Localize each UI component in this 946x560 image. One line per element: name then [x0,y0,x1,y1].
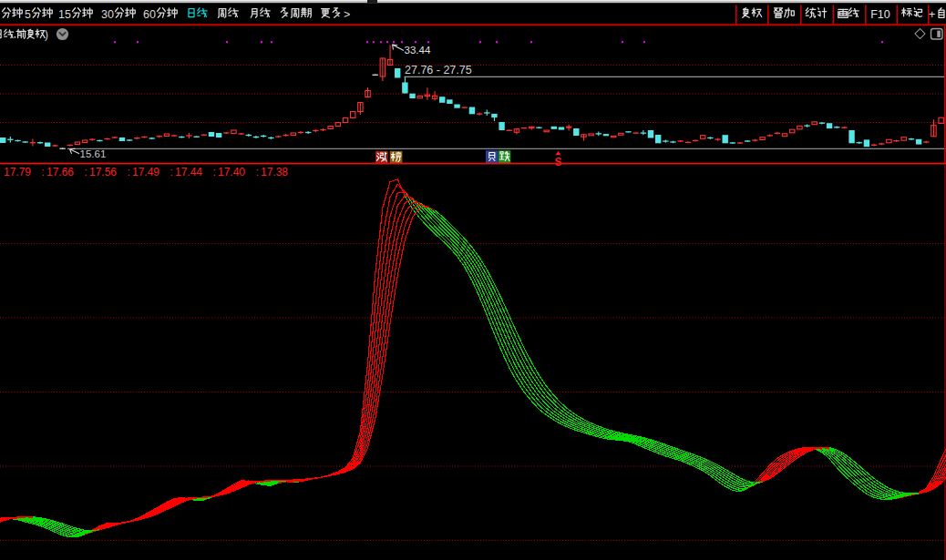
svg-text:60: 60 [143,8,156,21]
svg-text:17.44: 17.44 [175,166,202,178]
svg-text:17.49: 17.49 [132,166,159,178]
svg-text:>: > [344,8,350,21]
svg-text::: : [256,166,259,178]
svg-text:5: 5 [25,8,31,21]
svg-text::: : [170,166,173,178]
svg-text:17.38: 17.38 [261,166,288,178]
svg-text:15.61: 15.61 [80,148,107,159]
svg-text::: : [213,166,216,178]
svg-text:17.66: 17.66 [46,166,74,178]
svg-text:33.44: 33.44 [405,45,431,56]
svg-text::: : [128,166,130,178]
svg-text:30: 30 [101,8,114,21]
svg-text:27.76 - 27.75: 27.76 - 27.75 [405,64,472,76]
svg-text:F10: F10 [870,8,890,21]
svg-text:17.79: 17.79 [4,166,31,178]
svg-text:17.56: 17.56 [89,166,117,178]
svg-text:17.40: 17.40 [218,166,245,178]
svg-text:15: 15 [58,8,71,21]
svg-text::: : [85,166,87,178]
svg-text:S: S [554,156,561,168]
svg-text:+: + [929,8,935,21]
svg-text::: : [42,166,45,178]
svg-text:): ) [45,28,48,41]
